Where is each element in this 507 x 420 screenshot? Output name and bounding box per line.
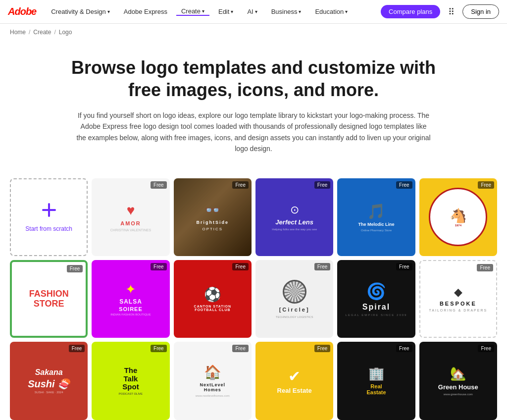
glasses-icon: 👓 (204, 203, 220, 218)
fashion-title: FASHIONSTORE (29, 289, 69, 309)
template-card[interactable]: Free TheTalkSpot PODCAST OLIVE (92, 342, 169, 420)
chevron-down-icon: ▾ (345, 9, 348, 14)
page-title: Browse logo templates and customize with… (59, 56, 448, 101)
navigation: Adobe Creativity & Design ▾ Adobe Expres… (0, 0, 507, 24)
template-card[interactable]: Free ✦ SALSA SOIREE INDIAN FASHION BOUTI… (92, 260, 169, 338)
amor-subtitle: CHRISTINA VALENTINES (110, 228, 151, 232)
spiral-sub: LEGAL EMPIRE SINCE 2009 (346, 314, 407, 316)
spiral-title: Spiral (362, 303, 390, 312)
free-badge: Free (151, 181, 167, 189)
sakana-title: Sakana (35, 368, 63, 377)
greenhouse-title: Green House (438, 383, 478, 391)
sign-in-button[interactable]: Sign in (462, 4, 499, 19)
nav-creativity-design[interactable]: Creativity & Design ▾ (46, 8, 115, 15)
svg-rect-1 (42, 209, 56, 211)
sakana-sub: Sushi 🍣 (28, 378, 70, 390)
template-card[interactable]: Free ✔ Real Estate (255, 342, 333, 420)
template-card[interactable]: Free ⚽ CANTON STATIONFOOTBALL CLUB (174, 260, 252, 338)
star-icon: ✦ (125, 282, 136, 297)
free-badge: Free (478, 345, 494, 352)
template-card[interactable]: Free 🎵 The Melodic Line Online Pharmacy … (337, 178, 415, 256)
breadcrumb-create[interactable]: Create (33, 29, 51, 36)
frederick-year: 1974 (455, 224, 461, 227)
jerfect-title: Jerfect Lens (275, 218, 313, 226)
free-badge: Free (314, 181, 331, 189)
chevron-down-icon: ▾ (231, 9, 233, 14)
sakana-tag: SUSHI · SAKE · 2024 (35, 391, 63, 394)
free-badge: Free (396, 345, 412, 352)
adobe-logo[interactable]: Adobe (8, 6, 36, 17)
check-icon: ✔ (288, 368, 301, 385)
nav-education[interactable]: Education ▾ (310, 8, 353, 15)
hero-section: Browse logo templates and customize with… (0, 41, 507, 166)
nav-edit[interactable]: Edit ▾ (213, 8, 238, 15)
free-badge: Free (396, 181, 412, 189)
chevron-down-icon: ▾ (202, 8, 204, 14)
template-card[interactable]: Free [Circle] TECHNOLOGY LOGISTICS (255, 260, 333, 338)
talkspot-title: TheTalkSpot (122, 367, 139, 391)
canton-title: CANTON STATIONFOOTBALL CLUB (194, 305, 231, 312)
compare-plans-button[interactable]: Compare plans (381, 5, 440, 18)
chevron-down-icon: ▾ (107, 9, 110, 14)
soccer-ball-icon: ⚽ (204, 286, 221, 303)
free-badge: Free (232, 345, 249, 352)
template-card[interactable]: Free 🏢 RealEastate (337, 342, 415, 420)
template-card[interactable]: Free ◆ BESPOKE TAILORING & DRAPERS (419, 260, 497, 338)
template-card[interactable]: Free ♥ AMOR CHRISTINA VALENTINES (92, 178, 169, 256)
building-icon: 🏢 (368, 366, 384, 381)
template-card[interactable]: Free 🏡 Green House www.greenhouse.com (419, 342, 497, 420)
circle-sub: TECHNOLOGY LOGISTICS (276, 315, 313, 318)
salsa-sub1: SOIREE (119, 306, 143, 312)
free-badge: Free (314, 345, 331, 352)
hero-description: If you find yourself short on logo ideas… (75, 110, 432, 155)
circle-title: [Circle] (279, 307, 310, 313)
greenhouse-icon: 🏡 (450, 366, 466, 381)
salsa-sub2: INDIAN FASHION BOUTIQUE (110, 313, 151, 316)
breadcrumb-current: Logo (59, 29, 72, 36)
nav-adobe-express[interactable]: Adobe Express (119, 8, 172, 15)
realestate-yellow-title: Real Estate (277, 387, 312, 394)
template-card[interactable]: Free Sakana Sushi 🍣 SUSHI · SAKE · 2024 (10, 342, 88, 420)
horse-icon: 🐴 (450, 208, 467, 224)
realestate-dark-title: RealEastate (366, 383, 386, 395)
diamond-icon: ◆ (454, 286, 462, 299)
breadcrumb: Home / Create / Logo (0, 24, 507, 41)
start-from-scratch-card[interactable]: Start from scratch (10, 178, 88, 256)
free-badge: Free (232, 263, 249, 270)
breadcrumb-home[interactable]: Home (10, 29, 26, 36)
grid-icon[interactable]: ⠿ (444, 6, 458, 17)
free-badge: Free (314, 263, 331, 270)
nav-create[interactable]: Create ▾ (176, 7, 209, 16)
breadcrumb-separator: / (54, 29, 55, 36)
template-grid: Start from scratch Free ♥ AMOR CHRISTINA… (0, 166, 507, 420)
free-badge: Free (67, 265, 83, 272)
chevron-down-icon: ▾ (299, 9, 301, 14)
talkspot-sub: PODCAST OLIVE (119, 392, 143, 395)
bespoke-sub: TAILORING & DRAPERS (429, 309, 488, 312)
melodic-title: The Melodic Line (358, 222, 394, 227)
house-icon: 🏠 (204, 364, 221, 380)
spiral-icon: 🌀 (366, 282, 386, 301)
template-card[interactable]: Free 🌀 Spiral LEGAL EMPIRE SINCE 2009 (337, 260, 415, 338)
template-card[interactable]: Free ⊙ Jerfect Lens Helping folks see th… (255, 178, 333, 256)
nav-business[interactable]: Business ▾ (266, 8, 306, 15)
free-badge: Free (477, 264, 493, 271)
plus-icon (41, 202, 57, 221)
nav-ai[interactable]: AI ▾ (242, 8, 262, 15)
free-badge: Free (69, 345, 85, 352)
scratch-label: Start from scratch (25, 225, 72, 232)
template-card[interactable]: Free 👓 BrightSide OPTICS (174, 178, 252, 256)
template-card[interactable]: Free 🏠 NextLevelHomes www.nextlevelhomes… (174, 342, 252, 420)
template-card[interactable]: Free FASHIONSTORE (10, 260, 88, 338)
circle-icon (283, 280, 306, 304)
free-badge: Free (151, 263, 167, 270)
brightside-title: BrightSide (197, 220, 229, 225)
jerfect-sub: Helping folks see the way you see (272, 228, 317, 231)
brightside-sub: OPTICS (202, 227, 223, 231)
salsa-title: SALSA (119, 298, 142, 305)
chevron-down-icon: ▾ (255, 9, 257, 14)
free-badge: Free (396, 263, 412, 270)
heart-icon: ♥ (127, 203, 135, 218)
greenhouse-sub: www.greenhouse.com (444, 393, 473, 396)
template-card[interactable]: Free 🐴 1974 (419, 178, 497, 256)
